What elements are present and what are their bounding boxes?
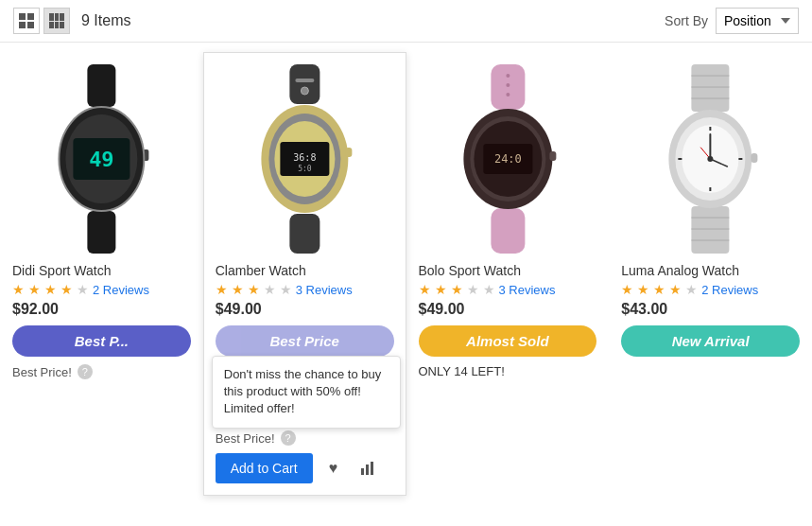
price-bolo: $49.00 <box>419 301 597 318</box>
stars-luma: ★ ★ ★ ★ ★ 2 Reviews <box>621 282 800 297</box>
star5: ★ <box>685 282 698 297</box>
svg-rect-26 <box>491 208 525 254</box>
sort-label: Sort By <box>665 13 708 28</box>
star2: ★ <box>435 282 447 297</box>
star2: ★ <box>28 282 41 297</box>
product-card-clamber: 36:8 5:0 Clamber Watch ★ ★ ★ ★ ★ 3 Revie… <box>203 52 406 496</box>
svg-point-51 <box>708 156 714 162</box>
star5: ★ <box>77 282 89 297</box>
star4: ★ <box>60 282 73 297</box>
star5: ★ <box>483 282 495 297</box>
reviews-link-luma[interactable]: 2 Reviews <box>701 283 758 297</box>
svg-rect-18 <box>345 148 352 157</box>
star5: ★ <box>280 282 292 297</box>
best-price-label-didi: Best Price! <box>12 365 72 379</box>
grid-large-icon <box>19 13 34 28</box>
star1: ★ <box>621 282 633 297</box>
svg-text:36:8: 36:8 <box>293 152 316 163</box>
svg-rect-20 <box>366 465 369 475</box>
sort-select[interactable]: Position Name Price <box>716 8 799 34</box>
help-icon-clamber[interactable]: ? <box>281 430 296 446</box>
svg-rect-0 <box>87 64 115 107</box>
product-image-didi: 49 <box>12 64 191 254</box>
svg-rect-52 <box>752 153 758 163</box>
best-price-row-didi: Best Price! ? <box>12 364 191 379</box>
product-name-luma: Luma Analog Watch <box>621 263 800 278</box>
grid-view-large-button[interactable] <box>13 8 40 34</box>
reviews-link-bolo[interactable]: 3 Reviews <box>499 283 556 297</box>
product-image-bolo: 24:0 <box>419 64 597 254</box>
star4: ★ <box>467 282 479 297</box>
svg-rect-9 <box>295 79 314 82</box>
star3: ★ <box>44 282 57 297</box>
svg-rect-32 <box>549 151 556 161</box>
svg-point-23 <box>506 74 510 78</box>
svg-text:49: 49 <box>89 148 114 171</box>
star2: ★ <box>232 282 244 297</box>
compare-icon-svg <box>360 461 375 476</box>
price-luma: $43.00 <box>621 301 800 318</box>
star1: ★ <box>216 282 228 297</box>
svg-point-10 <box>301 87 308 95</box>
product-card-luma: Luma Analog Watch ★ ★ ★ ★ ★ 2 Reviews $4… <box>609 52 812 496</box>
stars-didi: ★ ★ ★ ★ ★ 2 Reviews <box>12 282 191 297</box>
product-name-clamber: Clamber Watch <box>216 263 394 278</box>
only-left-bolo: ONLY 14 LEFT! <box>419 364 597 378</box>
svg-rect-21 <box>371 462 373 475</box>
help-icon-didi[interactable]: ? <box>78 364 93 379</box>
svg-text:5:0: 5:0 <box>298 165 312 173</box>
product-image-luma <box>621 64 800 254</box>
tooltip-text-clamber: Don't miss the chance to buy this produc… <box>224 367 382 415</box>
badge-btn-didi[interactable]: Best P... <box>12 325 191 357</box>
stars-bolo: ★ ★ ★ ★ ★ 3 Reviews <box>419 282 597 297</box>
toolbar: 9 Items Sort By Position Name Price <box>0 0 812 43</box>
svg-point-24 <box>506 83 510 87</box>
view-buttons <box>13 8 70 34</box>
star2: ★ <box>637 282 649 297</box>
price-didi: $92.00 <box>12 301 191 318</box>
wishlist-button-clamber[interactable]: ♥ <box>320 455 347 482</box>
product-card-didi: 49 Didi Sport Watch ★ ★ ★ ★ ★ 2 Reviews … <box>0 52 203 496</box>
best-price-label-clamber: Best Price! <box>216 431 275 446</box>
star1: ★ <box>12 282 25 297</box>
stars-clamber: ★ ★ ★ ★ ★ 3 Reviews <box>216 282 394 297</box>
product-card-bolo: 24:0 Bolo Sport Watch ★ ★ ★ ★ ★ 3 Review… <box>406 52 610 496</box>
svg-rect-11 <box>289 214 320 254</box>
grid-view-small-button[interactable] <box>43 8 70 34</box>
add-to-cart-button-clamber[interactable]: Add to Cart <box>216 453 313 483</box>
star3: ★ <box>451 282 463 297</box>
product-name-bolo: Bolo Sport Watch <box>419 263 597 278</box>
compare-button-clamber[interactable] <box>354 455 381 482</box>
star3: ★ <box>248 282 260 297</box>
price-clamber: $49.00 <box>216 301 394 318</box>
svg-rect-8 <box>289 64 320 104</box>
star4: ★ <box>669 282 682 297</box>
reviews-link-didi[interactable]: 2 Reviews <box>93 283 149 297</box>
reviews-link-clamber[interactable]: 3 Reviews <box>296 283 353 297</box>
best-price-row-clamber: Best Price! ? <box>216 430 394 446</box>
svg-text:24:0: 24:0 <box>493 152 521 166</box>
star3: ★ <box>653 282 665 297</box>
badge-btn-clamber[interactable]: Best Price <box>216 325 394 357</box>
items-count: 9 Items <box>81 12 130 29</box>
products-grid: 49 Didi Sport Watch ★ ★ ★ ★ ★ 2 Reviews … <box>0 43 812 505</box>
tooltip-popup-clamber: Don't miss the chance to buy this produc… <box>212 356 401 429</box>
svg-rect-33 <box>692 64 730 112</box>
star4: ★ <box>264 282 276 297</box>
svg-rect-1 <box>87 211 115 254</box>
svg-rect-37 <box>692 206 730 254</box>
badge-btn-luma[interactable]: New Arrival <box>621 325 800 357</box>
svg-point-25 <box>506 93 510 96</box>
badge-btn-bolo[interactable]: Almost Sold <box>419 325 597 357</box>
svg-rect-19 <box>361 468 364 475</box>
product-image-clamber: 36:8 5:0 <box>216 64 394 254</box>
product-name-didi: Didi Sport Watch <box>12 263 191 278</box>
grid-small-icon <box>49 13 64 28</box>
star1: ★ <box>419 282 431 297</box>
add-to-cart-row-clamber: Add to Cart ♥ <box>216 453 394 483</box>
